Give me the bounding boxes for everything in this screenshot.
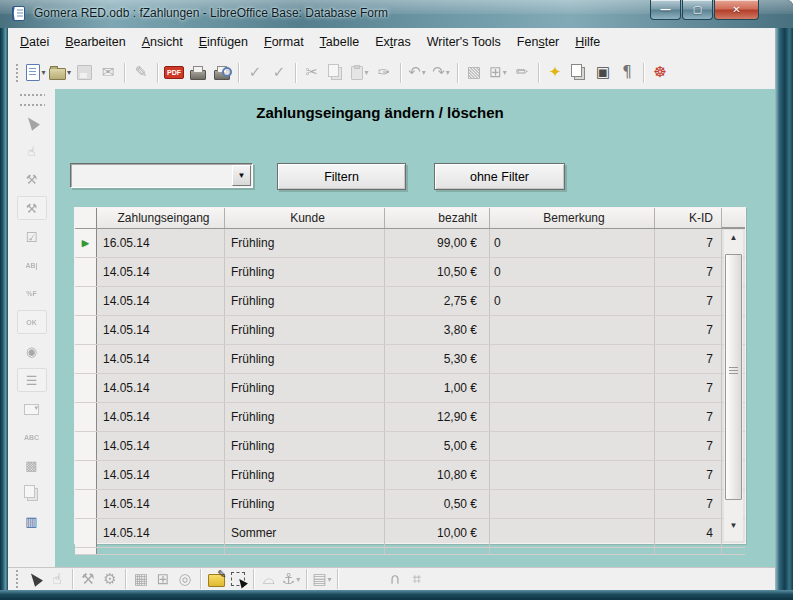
record-selector-cell[interactable]	[75, 403, 97, 431]
menu-item-format[interactable]: Format	[256, 31, 312, 53]
navigator-button[interactable]: ✦	[543, 61, 567, 85]
cell-kunde[interactable]: Frühling	[225, 432, 385, 460]
cell-kid[interactable]: 7	[655, 258, 722, 286]
toolbar-grip[interactable]	[19, 103, 45, 107]
toolbar-grip[interactable]	[15, 569, 20, 589]
ohne-filter-button[interactable]: ohne Filter	[434, 163, 565, 190]
cell-bemerkung[interactable]	[490, 403, 655, 431]
cell-zahlungseingang[interactable]: 14.05.14	[97, 490, 225, 518]
cell-kunde[interactable]: Frühling	[225, 490, 385, 518]
cell-bemerkung[interactable]	[490, 345, 655, 373]
menu-item-ansicht[interactable]: Ansicht	[134, 31, 191, 53]
record-selector-cell[interactable]	[75, 316, 97, 344]
cell-zahlungseingang[interactable]: 14.05.14	[97, 519, 225, 547]
scroll-down-icon[interactable]: ▼	[724, 518, 743, 533]
cell-bemerkung[interactable]: 0	[490, 229, 655, 257]
cell-kunde[interactable]: Frühling	[225, 258, 385, 286]
column-header-zahlungseingang[interactable]: Zahlungseingang	[97, 208, 225, 228]
cell-bezahlt[interactable]: 5,30 €	[385, 345, 490, 373]
cell-kunde[interactable]: Frühling	[225, 316, 385, 344]
cell-kid[interactable]: 4	[655, 519, 722, 547]
cell-bezahlt[interactable]: 1,00 €	[385, 374, 490, 402]
cell-zahlungseingang[interactable]: 16.05.14	[97, 229, 225, 257]
scrollbar-track[interactable]: ▲ ▼	[724, 230, 743, 541]
record-selector-header[interactable]	[75, 208, 97, 228]
table-row[interactable]: 14.05.14Frühling2,75 €07	[75, 287, 745, 316]
cell-kid[interactable]: 7	[655, 490, 722, 518]
column-header-bemerkung[interactable]: Bemerkung	[490, 208, 655, 228]
table-row[interactable]: 14.05.14Frühling12,90 €7	[75, 403, 745, 432]
cell-kid[interactable]: 7	[655, 287, 722, 315]
table-row[interactable]: 14.05.14Frühling5,30 €7	[75, 345, 745, 374]
help-button[interactable]: ☸	[648, 61, 672, 85]
menu-item-einf-gen[interactable]: Einfügen	[191, 31, 256, 53]
cell-kunde[interactable]: Frühling	[225, 345, 385, 373]
table-row[interactable]: ▶16.05.14Frühling99,00 €07	[75, 229, 745, 258]
cell-kunde[interactable]: Frühling	[225, 403, 385, 431]
filtern-button[interactable]: Filtern	[277, 163, 406, 190]
cell-bemerkung[interactable]	[490, 461, 655, 489]
table-row[interactable]: 14.05.14Frühling10,80 €7	[75, 461, 745, 490]
menu-item-hilfe[interactable]: Hilfe	[567, 31, 608, 53]
cell-kid[interactable]: 7	[655, 345, 722, 373]
cell-zahlungseingang[interactable]: 14.05.14	[97, 258, 225, 286]
export-pdf-button[interactable]: PDF	[162, 61, 186, 85]
scroll-up-icon[interactable]: ▲	[724, 230, 743, 245]
cell-zahlungseingang[interactable]: 14.05.14	[97, 403, 225, 431]
record-selector-cell[interactable]: ▶	[75, 229, 97, 257]
cell-zahlungseingang[interactable]: 14.05.14	[97, 461, 225, 489]
menu-item-extras[interactable]: Extras	[367, 31, 418, 53]
column-header-bezahlt[interactable]: bezahlt	[385, 208, 490, 228]
cell-bemerkung[interactable]	[490, 490, 655, 518]
cell-bezahlt[interactable]: 10,80 €	[385, 461, 490, 489]
menu-item-bearbeiten[interactable]: Bearbeiten	[57, 31, 133, 53]
cell-zahlungseingang[interactable]: 14.05.14	[97, 432, 225, 460]
table-row[interactable]: 14.05.14Sommer10,00 €4	[75, 519, 745, 548]
cell-kid[interactable]: 7	[655, 229, 722, 257]
menu-item-datei[interactable]: Datei	[12, 31, 57, 53]
column-header-kunde[interactable]: Kunde	[225, 208, 385, 228]
scrollbar-thumb[interactable]	[725, 254, 742, 500]
cell-zahlungseingang[interactable]: 14.05.14	[97, 316, 225, 344]
record-selector-cell[interactable]	[75, 345, 97, 373]
formatting-marks-button[interactable]: ¶	[615, 61, 639, 85]
data-sources-button[interactable]: ▣	[591, 61, 615, 85]
cell-bezahlt[interactable]: 10,00 €	[385, 519, 490, 547]
record-selector-cell[interactable]	[75, 287, 97, 315]
table-row[interactable]: 14.05.14Frühling5,00 €7	[75, 432, 745, 461]
cell-kunde[interactable]: Frühling	[225, 461, 385, 489]
cell-bezahlt[interactable]: 10,50 €	[385, 258, 490, 286]
minimize-button[interactable]: —	[650, 0, 681, 20]
form-design-button[interactable]: ▥	[20, 510, 44, 532]
maximize-button[interactable]: ▢	[682, 0, 713, 20]
title-bar[interactable]: Gomera RED.odb : fZahlungen - LibreOffic…	[0, 0, 793, 29]
toolbar-grip[interactable]	[19, 93, 45, 97]
cell-bemerkung[interactable]	[490, 316, 655, 344]
design-mode-on-off-button[interactable]	[205, 570, 227, 589]
cell-bemerkung[interactable]	[490, 374, 655, 402]
record-selector-cell[interactable]	[75, 374, 97, 402]
marquee-select-button[interactable]	[227, 570, 249, 589]
record-selector-cell[interactable]	[75, 461, 97, 489]
cell-kid[interactable]: 7	[655, 403, 722, 431]
table-row[interactable]: 14.05.14Frühling1,00 €7	[75, 374, 745, 403]
table-row[interactable]: 14.05.14Frühling3,80 €7	[75, 316, 745, 345]
cell-zahlungseingang[interactable]: 14.05.14	[97, 345, 225, 373]
filter-combobox[interactable]: ▼	[70, 163, 253, 188]
cell-kunde[interactable]: Frühling	[225, 374, 385, 402]
print-preview-button[interactable]	[210, 61, 234, 85]
record-selector-cell[interactable]	[75, 490, 97, 518]
select-button[interactable]	[24, 570, 46, 589]
cell-bezahlt[interactable]: 5,00 €	[385, 432, 490, 460]
cell-kid[interactable]: 7	[655, 316, 722, 344]
cell-bezahlt[interactable]: 2,75 €	[385, 287, 490, 315]
cell-bezahlt[interactable]: 0,50 €	[385, 490, 490, 518]
combobox-dropdown-button[interactable]: ▼	[232, 165, 251, 186]
open-button[interactable]: ▾	[48, 61, 72, 85]
cell-kid[interactable]: 7	[655, 432, 722, 460]
cell-bemerkung[interactable]	[490, 519, 655, 547]
toolbar-grip[interactable]	[15, 63, 20, 83]
cell-kid[interactable]: 7	[655, 461, 722, 489]
cell-bemerkung[interactable]: 0	[490, 287, 655, 315]
menu-item-writer-s-tools[interactable]: Writer's Tools	[419, 31, 509, 53]
